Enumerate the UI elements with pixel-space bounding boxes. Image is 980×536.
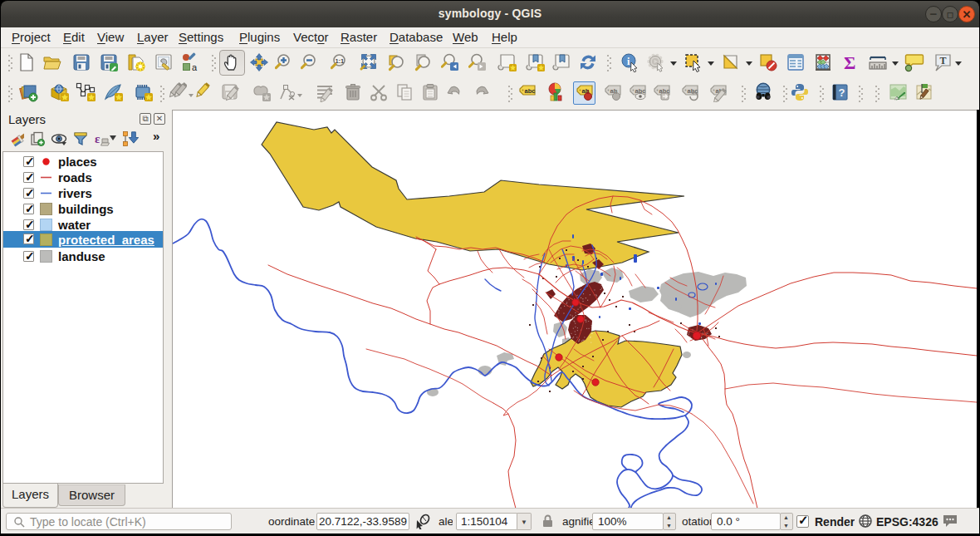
svg-text:abc: abc [525,87,536,95]
svg-text:?: ? [839,86,845,99]
svg-text:Σ: Σ [844,52,855,72]
svg-text:a: a [192,62,198,72]
svg-text:ε: ε [95,132,100,145]
svg-text:T: T [940,55,947,66]
svg-text:1:1: 1:1 [335,57,344,65]
